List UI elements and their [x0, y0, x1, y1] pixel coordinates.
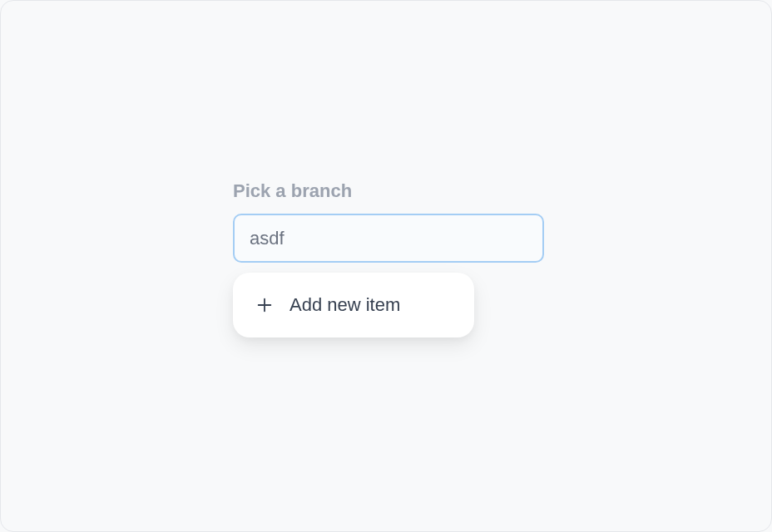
- add-new-item-label: Add new item: [290, 294, 400, 316]
- branch-input[interactable]: [233, 214, 544, 263]
- branch-dropdown: Add new item: [233, 273, 474, 337]
- plus-icon: [255, 295, 275, 315]
- branch-picker: Pick a branch Add new item: [233, 180, 544, 337]
- branch-picker-input-wrap: [233, 214, 544, 263]
- branch-picker-label: Pick a branch: [233, 180, 544, 202]
- add-new-item-option[interactable]: Add new item: [240, 281, 468, 329]
